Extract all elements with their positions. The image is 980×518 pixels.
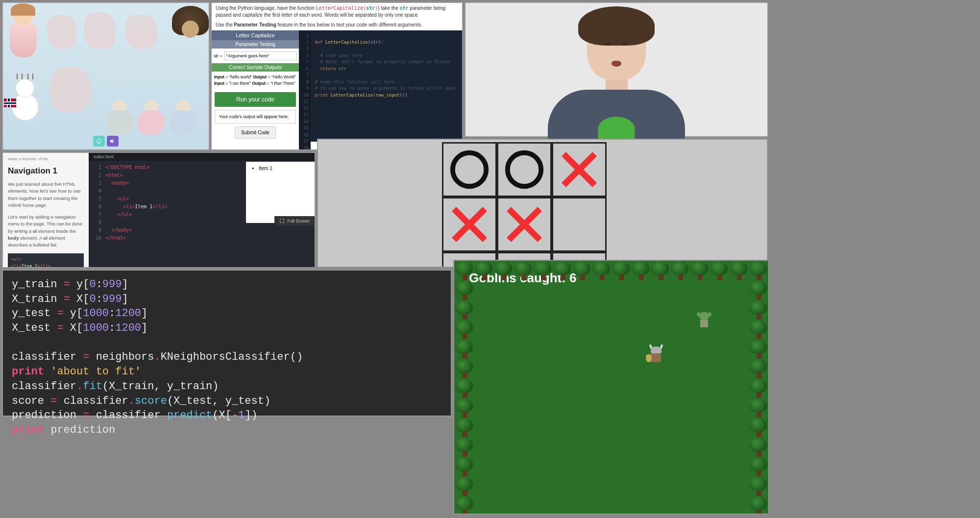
presenter	[548, 14, 685, 136]
ttt-cell-1-2[interactable]	[552, 197, 607, 252]
tree-icon	[553, 262, 573, 281]
tree-icon	[455, 301, 475, 321]
tree-icon	[455, 262, 475, 281]
challenge-description: Using the Python language, have the func…	[212, 3, 462, 30]
tree-icon	[455, 419, 475, 438]
goblins-game-panel[interactable]: Goblins caught: 6	[453, 260, 769, 515]
svg-point-1	[508, 153, 541, 186]
seal-character-1[interactable]	[106, 100, 133, 130]
tree-icon	[455, 321, 475, 340]
tree-icon	[592, 262, 612, 281]
tree-icon	[632, 262, 651, 281]
tree-icon	[573, 262, 592, 281]
submit-code-button[interactable]: Submit Code	[235, 126, 276, 139]
svg-point-0	[453, 153, 486, 186]
tree-icon	[455, 340, 475, 360]
code-snippet: <ul> <li>Item 1</li> <li>Item 2</li> <li…	[8, 253, 84, 267]
ttt-cell-0-1[interactable]	[497, 142, 552, 197]
ttt-cell-1-0[interactable]	[442, 197, 497, 252]
argument-input[interactable]	[224, 51, 297, 60]
norway-flag-icon	[4, 99, 16, 107]
seal-character-2[interactable]	[138, 100, 165, 130]
tree-icon	[749, 281, 769, 301]
video-panel[interactable]	[465, 2, 768, 137]
tree-icon	[514, 262, 534, 281]
tree-icon	[671, 262, 690, 281]
lesson-para-1: We just learned about five HTML elements…	[8, 181, 84, 209]
seal-character-3[interactable]	[170, 100, 196, 130]
tree-icon	[455, 281, 475, 301]
sample-outputs-header: Correct Sample Outputs	[212, 63, 299, 72]
tree-icon	[651, 262, 671, 281]
run-code-button[interactable]: Run your code	[215, 92, 296, 107]
tree-icon	[455, 360, 475, 379]
sample-io: Input = "hello world" Output = "Hello Wo…	[212, 72, 299, 89]
tree-icon	[749, 438, 769, 458]
tree-icon	[749, 340, 769, 360]
html-editor[interactable]: index.html 1<!DOCTYPE html>2<html>3 <bod…	[89, 153, 315, 267]
tree-icon	[612, 262, 632, 281]
challenge-title: Letter Capitalize	[212, 30, 299, 40]
girl-character	[6, 6, 40, 65]
tree-icon	[749, 419, 769, 438]
goblin-sprite	[697, 312, 711, 329]
tree-icon	[749, 458, 769, 477]
tree-icon	[749, 301, 769, 321]
hedgehog-character	[172, 6, 209, 50]
breadcrumb: Make a Website: HTML	[8, 157, 84, 161]
code-editor[interactable]: 123456789101112131415161718192021 def Le…	[299, 30, 462, 142]
snowman-character	[8, 79, 42, 138]
html-lesson-panel: Make a Website: HTML Navigation 1 We jus…	[2, 152, 316, 268]
hero-sprite	[648, 346, 664, 366]
tictactoe-panel	[317, 139, 768, 268]
tree-icon	[710, 262, 730, 281]
tictactoe-board	[442, 142, 608, 268]
kids-puzzle-panel	[2, 2, 210, 150]
shirt-logo-icon	[598, 117, 635, 141]
tree-icon	[455, 497, 475, 515]
tree-icon	[455, 477, 475, 497]
ttt-cell-0-2[interactable]	[552, 142, 607, 197]
tree-icon	[534, 262, 553, 281]
tree-icon	[730, 262, 749, 281]
tree-icon	[749, 379, 769, 399]
preview-item: Item 1	[259, 166, 311, 171]
tree-icon	[749, 321, 769, 340]
parameter-testing-header: Parameter Testing	[212, 40, 299, 49]
python-code-panel: y_train = y[0:999]X_train = X[0:999]y_te…	[2, 270, 452, 417]
ttt-cell-1-1[interactable]	[497, 197, 552, 252]
preview-pane: Item 1	[246, 162, 315, 223]
refresh-button[interactable]	[93, 136, 105, 147]
tree-icon	[494, 262, 514, 281]
tree-icon	[475, 262, 494, 281]
tree-icon	[749, 360, 769, 379]
code-challenge-panel: Using the Python language, have the func…	[211, 2, 463, 150]
editor-tab[interactable]: index.html	[89, 153, 315, 161]
refresh-icon	[96, 138, 102, 145]
fullscreen-button[interactable]: Full Screen	[274, 216, 315, 225]
tree-icon	[455, 438, 475, 458]
tree-icon	[455, 399, 475, 419]
lesson-para-2: Let's start by adding a navigation menu …	[8, 214, 84, 248]
ttt-cell-0-0[interactable]	[442, 142, 497, 197]
tree-icon	[455, 458, 475, 477]
tree-icon	[749, 399, 769, 419]
tree-icon	[455, 379, 475, 399]
output-box: Your code's output will appear here.	[215, 110, 296, 123]
tree-icon	[749, 477, 769, 497]
tree-icon	[690, 262, 710, 281]
sound-icon	[109, 138, 116, 145]
str-label: str =	[214, 53, 222, 58]
fullscreen-icon	[279, 218, 285, 223]
tree-icon	[749, 497, 769, 515]
sound-button[interactable]	[107, 136, 119, 147]
tree-icon	[749, 262, 769, 281]
lesson-title: Navigation 1	[8, 166, 84, 176]
